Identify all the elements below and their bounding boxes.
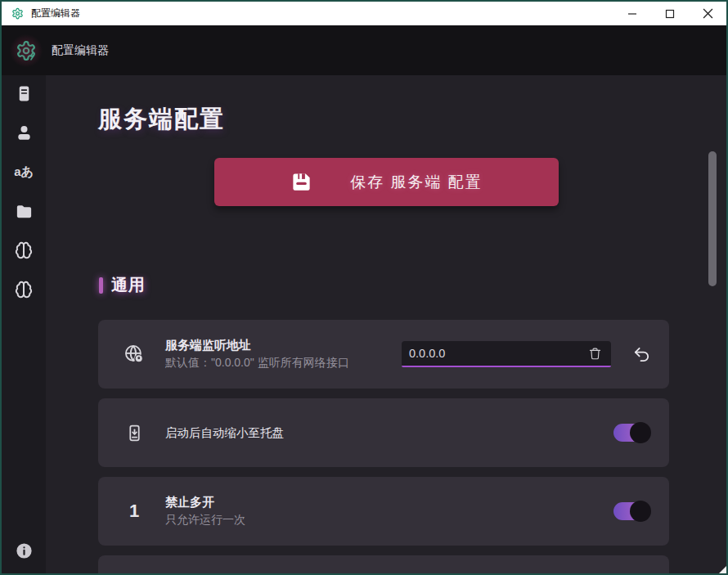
sidebar-item-files[interactable] xyxy=(10,201,38,221)
reset-default-button[interactable] xyxy=(632,345,651,364)
listen-address-input[interactable] xyxy=(409,347,586,360)
trash-icon xyxy=(588,347,602,361)
header-title: 配置编辑器 xyxy=(52,43,109,58)
setting-partial-card xyxy=(98,555,669,573)
maximize-button[interactable] xyxy=(651,2,689,25)
user-icon xyxy=(15,124,34,142)
titlebar-title: 配置编辑器 xyxy=(31,7,80,20)
sidebar-item-brain-2[interactable] xyxy=(10,280,38,299)
brain-icon xyxy=(15,241,33,259)
page-title: 服务端配置 xyxy=(98,103,225,136)
save-icon xyxy=(290,171,312,193)
setting-single-instance: 1 禁止多开 只允许运行一次 xyxy=(98,477,669,546)
sidebar-item-about[interactable] xyxy=(10,541,38,560)
app-window: 配置编辑器 配置编辑器 xyxy=(0,0,728,575)
app-header: 配置编辑器 xyxy=(2,25,726,75)
auto-minimize-toggle[interactable] xyxy=(613,424,649,442)
number-one-icon: 1 xyxy=(116,501,152,522)
sidebar-item-server[interactable] xyxy=(10,83,38,103)
folder-icon xyxy=(15,202,34,221)
tray-download-icon xyxy=(116,423,152,443)
undo-icon xyxy=(632,345,651,364)
app-gear-icon xyxy=(11,7,24,20)
setting-listen-address: 服务端监听地址 默认值："0.0.0.0" 监听所有网络接口 xyxy=(98,320,669,389)
setting-auto-minimize-tray: 启动后自动缩小至托盘 xyxy=(98,398,669,467)
language-icon: aあ xyxy=(14,164,34,180)
info-icon xyxy=(15,541,34,560)
titlebar: 配置编辑器 xyxy=(2,2,726,25)
window-controls xyxy=(613,2,726,25)
sidebar-item-language[interactable]: aあ xyxy=(10,162,38,182)
sidebar: aあ xyxy=(2,75,46,573)
sidebar-item-brain-1[interactable] xyxy=(10,240,38,260)
section-title: 通用 xyxy=(111,274,146,296)
server-icon xyxy=(15,84,34,103)
main-content: 服务端配置 保存 服务端 配置 通用 xyxy=(46,75,726,573)
single-instance-toggle[interactable] xyxy=(613,502,649,520)
toggle-knob xyxy=(630,422,651,443)
app-gear-glow-icon xyxy=(15,39,38,62)
setting-title: 禁止多开 xyxy=(165,495,245,510)
save-server-config-button[interactable]: 保存 服务端 配置 xyxy=(214,158,559,206)
brain-icon xyxy=(15,281,33,299)
setting-title: 服务端监听地址 xyxy=(165,338,349,353)
save-button-label: 保存 服务端 配置 xyxy=(350,172,483,193)
close-button[interactable] xyxy=(689,2,726,25)
scrollbar-thumb[interactable] xyxy=(708,151,717,286)
setting-title: 启动后自动缩小至托盘 xyxy=(165,425,284,441)
settings-list: 服务端监听地址 默认值："0.0.0.0" 监听所有网络接口 xyxy=(98,320,669,573)
minimize-button[interactable] xyxy=(613,2,651,25)
globe-pin-icon xyxy=(116,344,152,365)
setting-description: 默认值："0.0.0.0" 监听所有网络接口 xyxy=(165,356,349,371)
toggle-knob xyxy=(630,501,651,522)
setting-description: 只允许运行一次 xyxy=(165,513,245,528)
listen-address-field xyxy=(402,341,611,367)
section-accent-bar xyxy=(99,277,103,294)
resize-handle[interactable] xyxy=(719,566,726,573)
clear-field-button[interactable] xyxy=(586,345,604,362)
section-general: 通用 xyxy=(99,274,146,296)
sidebar-item-user[interactable] xyxy=(10,123,38,142)
